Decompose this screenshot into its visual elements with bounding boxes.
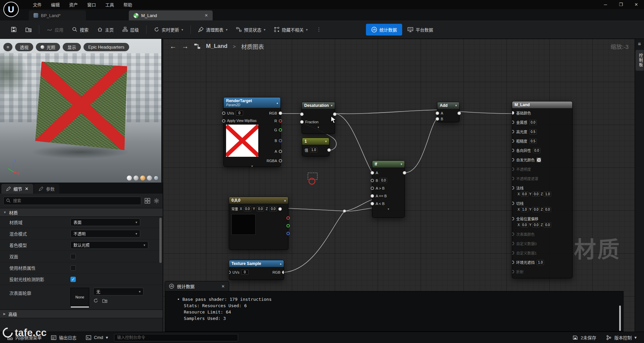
- shading-model-dropdown[interactable]: 默认光照 ▾: [70, 241, 148, 249]
- apply-button[interactable]: 应用: [43, 24, 67, 36]
- gear-icon[interactable]: [154, 198, 159, 204]
- pin-input[interactable]: [512, 111, 514, 115]
- pin-a-less-b-input[interactable]: [371, 202, 374, 205]
- use-selected-icon[interactable]: [93, 298, 98, 303]
- source-control-button[interactable]: 版本控制 ▾: [603, 333, 640, 342]
- pin-mipbias-input[interactable]: [222, 119, 225, 123]
- display-filter-icon[interactable]: [145, 198, 150, 204]
- pin-opacity-mask[interactable]: 不透明度遮罩: [512, 174, 572, 183]
- node-constant-1[interactable]: 1 ▾ 值 1.0: [302, 138, 329, 156]
- material-preview-mesh[interactable]: [35, 59, 127, 150]
- maximize-button[interactable]: ❐: [613, 0, 629, 9]
- tab-m-land[interactable]: M_Land ✕: [129, 10, 213, 20]
- menu-asset[interactable]: 资产: [65, 0, 82, 9]
- save-button[interactable]: [7, 24, 20, 35]
- pin-input[interactable]: [512, 149, 514, 152]
- search-button[interactable]: 搜索: [69, 24, 92, 36]
- uvs-value[interactable]: 0: [241, 270, 249, 275]
- menu-help[interactable]: 帮助: [119, 0, 136, 9]
- pin-input[interactable]: [512, 202, 514, 205]
- section-material[interactable]: ▼ 材质: [0, 208, 163, 217]
- preview-state-button[interactable]: 预览状态 ▾: [233, 24, 269, 36]
- pin-input[interactable]: [512, 217, 514, 220]
- hamburger-icon[interactable]: ≡: [635, 39, 644, 47]
- pin-input[interactable]: [512, 177, 514, 180]
- preview-viewport[interactable]: ≡ 透视 光照 显示 Epic Headquarters z x: [0, 39, 162, 183]
- sphere-icon[interactable]: [140, 176, 145, 181]
- minimize-button[interactable]: ─: [598, 0, 613, 9]
- pin-r-output[interactable]: [279, 119, 282, 123]
- node-if[interactable]: If ▾ A B 0.0 A > B: [372, 160, 405, 218]
- pin-output[interactable]: [278, 207, 282, 211]
- subsurface-profile-dropdown[interactable]: 无 ▾: [93, 288, 144, 295]
- pin-rgb-output[interactable]: [282, 271, 284, 274]
- pin-a-output[interactable]: [279, 150, 282, 153]
- pin-input[interactable]: [300, 113, 304, 116]
- viewport-menu-button[interactable]: ≡: [3, 43, 12, 51]
- expand-icon[interactable]: ▾: [226, 164, 278, 168]
- use-material-attributes-checkbox[interactable]: [70, 265, 76, 271]
- pin-pixel-depth-offset[interactable]: 像素深度偏移 (Camera Vector): [512, 276, 572, 278]
- pin-specular[interactable]: 高光度 0.5: [512, 127, 572, 136]
- node-add[interactable]: Add ▾ A B: [437, 102, 460, 122]
- back-arrow-button[interactable]: ←: [170, 43, 176, 50]
- pin-g-output[interactable]: [286, 224, 290, 227]
- pin-subsurface-color[interactable]: 次表面颜色: [512, 229, 572, 239]
- collapse-icon[interactable]: ▾: [400, 162, 402, 166]
- subsurface-profile-thumbnail[interactable]: None: [70, 288, 89, 306]
- stats-button[interactable]: 统计数据: [366, 24, 402, 36]
- node-material-result[interactable]: M_Land 基础颜色 金属感 0.0 高光度 0.5 粗糙度 0.5: [512, 101, 573, 278]
- tab-close-icon[interactable]: ✕: [205, 13, 208, 18]
- z-value[interactable]: 0.0: [269, 206, 277, 211]
- browse-asset-button[interactable]: [22, 24, 35, 35]
- pin-rgb-output[interactable]: [279, 112, 282, 115]
- hide-unrelated-button[interactable]: 隐藏不相关 ▾: [271, 24, 311, 36]
- perspective-button[interactable]: 透视: [15, 43, 33, 51]
- pin-uvs-input[interactable]: [229, 271, 231, 274]
- menu-file[interactable]: 文件: [29, 0, 46, 9]
- expand-icon[interactable]: ▾: [375, 207, 402, 211]
- pin-input[interactable]: [512, 242, 514, 245]
- pin-tangent[interactable]: 切线 X1.0 Y0.0 Z0.0: [512, 199, 572, 214]
- pin-a-input[interactable]: [371, 171, 374, 175]
- pin-rgba-output[interactable]: [279, 159, 282, 162]
- pin-normal[interactable]: 法线 X0.0 Y0.0 Z1.0: [512, 183, 572, 199]
- platform-stats-button[interactable]: 平台数据: [404, 24, 436, 36]
- pin-a-equals-b-input[interactable]: [371, 194, 374, 198]
- material-graph-canvas[interactable]: 材质 ← → M_Land > 材质图表: [163, 39, 635, 332]
- pin-refraction[interactable]: 折射: [512, 267, 572, 276]
- node-constant-3vector[interactable]: 0,0,0 ▴ 常量 X 0.0 Y 0.0 Z 0.0: [229, 197, 288, 250]
- pin-b-input[interactable]: [371, 179, 374, 182]
- blend-mode-dropdown[interactable]: 不透明 ▾: [70, 230, 140, 237]
- forward-arrow-button[interactable]: →: [182, 43, 189, 50]
- tab-close-icon[interactable]: ✕: [25, 186, 29, 191]
- sphere-icon[interactable]: [154, 176, 159, 181]
- pin-base-color[interactable]: 基础颜色: [512, 108, 572, 118]
- pin-input[interactable]: [512, 167, 514, 171]
- collapse-icon[interactable]: ▾: [455, 104, 457, 107]
- constant-value[interactable]: 1.0: [310, 147, 317, 152]
- node-texture-sample[interactable]: Texture Sample ▴ UVs 0 RGB: [229, 260, 284, 280]
- pin-output[interactable]: [333, 113, 336, 116]
- scene-select-button[interactable]: Epic Headquarters: [84, 43, 129, 51]
- clean-graph-button[interactable]: 清理图表 ▾: [195, 24, 231, 36]
- node-desaturation[interactable]: Desaturation ▾ Fraction ▾: [302, 102, 335, 134]
- unsaved-changes-button[interactable]: 2未保存: [569, 333, 599, 342]
- collapse-icon[interactable]: ▴: [280, 262, 281, 265]
- pin-b-output[interactable]: [279, 139, 282, 142]
- pin-uvs-input[interactable]: [222, 112, 225, 115]
- stats-panel-tab[interactable]: 统计数据 ✕: [165, 281, 229, 291]
- pin-input[interactable]: [512, 158, 514, 161]
- pin-a-greater-b-input[interactable]: [371, 187, 374, 190]
- pin-output[interactable]: [458, 112, 461, 115]
- tab-parameters[interactable]: 参数: [34, 184, 59, 194]
- pin-input[interactable]: [512, 186, 514, 190]
- pin-output[interactable]: [403, 171, 406, 175]
- collapse-icon[interactable]: ▴: [276, 101, 278, 105]
- pin-roughness[interactable]: 粗糙度 0.5: [512, 136, 572, 146]
- live-update-button[interactable]: 实时更新 ▾: [151, 24, 186, 36]
- material-domain-dropdown[interactable]: 表面 ▾: [70, 218, 140, 226]
- hierarchy-button[interactable]: 层级: [119, 24, 142, 36]
- tab-details[interactable]: 细节 ✕: [1, 184, 33, 194]
- menu-tools[interactable]: 工具: [101, 0, 118, 9]
